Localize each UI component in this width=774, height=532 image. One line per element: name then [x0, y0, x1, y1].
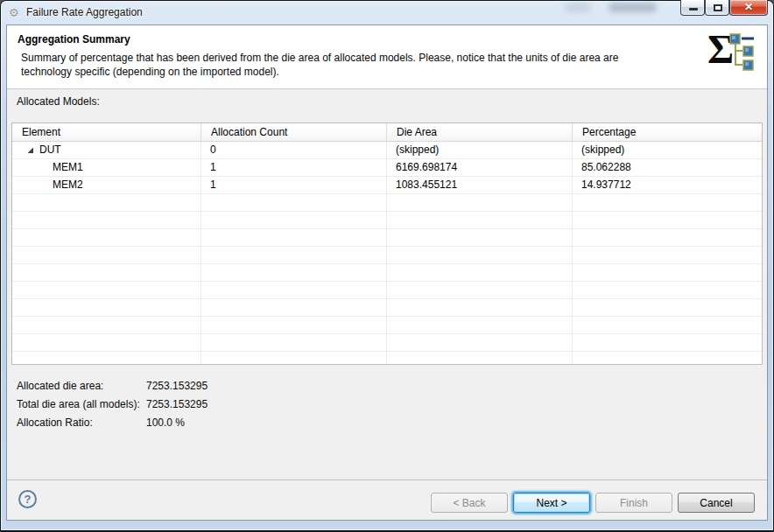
summary-label: Allocation Ratio: [17, 414, 146, 432]
summary-row-ratio: Allocation Ratio: 100.0 % [17, 414, 208, 432]
table-row-mem1[interactable]: MEM1 1 6169.698174 85.062288 [12, 159, 762, 177]
page-title: Aggregation Summary [18, 33, 130, 46]
back-button[interactable]: < Back [431, 493, 508, 513]
maximize-icon [714, 4, 722, 11]
minimize-icon [689, 8, 698, 10]
cell-percentage: 14.937712 [573, 177, 762, 193]
cell-allocation-count: 1 [201, 177, 387, 193]
sigma-hierarchy-icon: Σ [707, 29, 758, 74]
cell-die-area: 6169.698174 [387, 159, 573, 176]
column-header-die-area[interactable]: Die Area [387, 123, 573, 141]
tree-cell-dut[interactable]: DUT [12, 142, 201, 158]
help-button[interactable]: ? [18, 490, 37, 508]
table-row-dut[interactable]: DUT 0 (skipped) (skipped) [12, 142, 762, 159]
dialog-content: Aggregation Summary Summary of percentag… [6, 24, 768, 521]
table-header-row: Element Allocation Count Die Area Percen… [12, 123, 762, 142]
table-row-empty [12, 229, 762, 247]
summary-row-total: Total die area (all models): 7253.153295 [17, 396, 208, 414]
title-bar[interactable]: ⚙ Failure Rate Aggregation [0, 0, 774, 24]
table-row-empty [12, 264, 762, 282]
tree-expander-icon[interactable] [27, 147, 34, 154]
wizard-header: Aggregation Summary Summary of percentag… [7, 25, 767, 89]
finish-button[interactable]: Finish [595, 493, 672, 513]
column-header-allocation-count[interactable]: Allocation Count [201, 123, 387, 141]
footer-separator [7, 480, 767, 480]
summary-block: Allocated die area: 7253.153295 Total di… [17, 377, 208, 432]
close-icon: ✕ [730, 1, 767, 13]
summary-value: 7253.153295 [146, 377, 208, 396]
table-row-empty [12, 282, 762, 299]
table-row-empty [12, 352, 762, 365]
next-button[interactable]: Next > [513, 493, 590, 513]
wizard-button-row: < Back Next > Finish Cancel [431, 493, 755, 513]
page-description: Summary of percentage that has been deri… [21, 51, 671, 79]
table-row-empty [12, 247, 762, 264]
cell-percentage: (skipped) [573, 142, 762, 158]
summary-value: 100.0 % [146, 414, 185, 432]
cell-allocation-count: 0 [201, 142, 387, 158]
minimize-button[interactable] [680, 0, 705, 16]
summary-label: Allocated die area: [17, 377, 146, 396]
window-title: Failure Rate Aggregation [26, 6, 143, 18]
table-body: DUT 0 (skipped) (skipped) MEM1 1 6169.69… [12, 142, 762, 365]
summary-label: Total die area (all models): [17, 396, 146, 414]
column-header-element[interactable]: Element [12, 123, 201, 141]
table-row-empty [12, 194, 762, 212]
dialog-window: ⚙ Failure Rate Aggregation ✕ Aggregation… [0, 0, 774, 532]
close-button[interactable]: ✕ [729, 0, 768, 16]
table-row-empty [12, 212, 762, 229]
tree-cell-mem2[interactable]: MEM2 [12, 177, 201, 193]
cell-percentage: 85.062288 [573, 159, 762, 176]
summary-value: 7253.153295 [146, 396, 208, 414]
tree-cell-mem1[interactable]: MEM1 [12, 159, 201, 176]
table-row-empty [12, 299, 762, 317]
table-row-empty [12, 334, 762, 352]
cell-die-area: (skipped) [387, 142, 573, 158]
table-row-mem2[interactable]: MEM2 1 1083.455121 14.937712 [12, 177, 762, 194]
cancel-button[interactable]: Cancel [678, 493, 755, 513]
summary-row-allocated: Allocated die area: 7253.153295 [17, 377, 208, 396]
table-row-empty [12, 317, 762, 334]
allocated-models-table[interactable]: Element Allocation Count Die Area Percen… [11, 122, 763, 365]
cell-die-area: 1083.455121 [387, 177, 573, 193]
column-header-percentage[interactable]: Percentage [573, 123, 762, 141]
maximize-button[interactable] [705, 0, 729, 16]
allocated-models-label: Allocated Models: [17, 95, 100, 108]
cell-allocation-count: 1 [201, 159, 387, 176]
app-gear-icon: ⚙ [9, 6, 19, 19]
